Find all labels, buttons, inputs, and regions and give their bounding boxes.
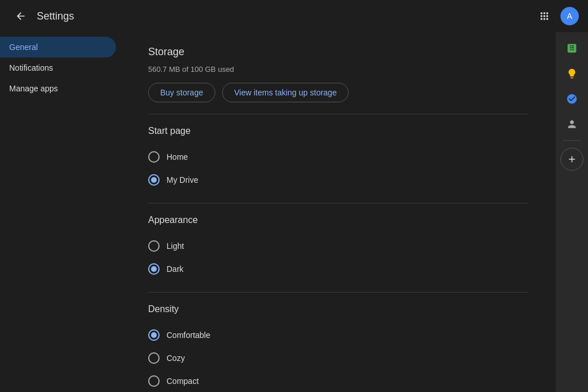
appearance-section: Appearance Light Dark [148,215,528,280]
storage-section: Storage 560.7 MB of 100 GB used Buy stor… [148,46,528,102]
sidebar-item-manage-apps[interactable]: Manage apps [0,78,116,99]
start-page-my-drive[interactable]: My Drive [148,168,528,191]
radio-light[interactable] [148,240,160,252]
right-panel-keep-icon[interactable] [560,62,583,85]
back-button[interactable] [9,5,32,28]
start-page-section: Start page Home My Drive [148,126,528,191]
density-title: Density [148,304,528,314]
radio-cozy[interactable] [148,352,160,364]
start-page-home[interactable]: Home [148,145,528,168]
main-content: Storage 560.7 MB of 100 GB used Buy stor… [121,32,556,392]
radio-dark[interactable] [148,263,160,275]
right-panel-contacts-icon[interactable] [560,113,583,136]
right-panel-sheets-icon[interactable] [560,37,583,60]
sidebar: General Notifications Manage apps [0,32,121,392]
right-panel-tasks-icon[interactable] [560,87,583,110]
buy-storage-button[interactable]: Buy storage [148,83,215,102]
density-compact[interactable]: Compact [148,370,528,392]
start-page-title: Start page [148,126,528,136]
page-title: Settings [37,10,74,22]
appearance-dark[interactable]: Dark [148,258,528,280]
topbar: Settings A [0,0,588,32]
right-panel-add-button[interactable] [560,148,583,171]
radio-compact[interactable] [148,375,160,387]
divider-storage [148,114,528,114]
storage-buttons: Buy storage View items taking up storage [148,83,528,102]
view-storage-button[interactable]: View items taking up storage [222,83,349,102]
sidebar-item-general[interactable]: General [0,37,116,57]
density-comfortable[interactable]: Comfortable [148,324,528,347]
apps-button[interactable] [533,5,556,28]
divider-start-page [148,203,528,203]
storage-title: Storage [148,46,528,58]
radio-my-drive[interactable] [148,174,160,186]
appearance-light[interactable]: Light [148,235,528,258]
radio-comfortable[interactable] [148,329,160,341]
right-panel [556,32,588,392]
radio-home[interactable] [148,151,160,163]
sidebar-item-notifications[interactable]: Notifications [0,57,116,78]
storage-subtitle: 560.7 MB of 100 GB used [148,65,528,74]
density-cozy[interactable]: Cozy [148,347,528,370]
topbar-actions: A [533,5,579,28]
avatar[interactable]: A [560,7,579,25]
density-section: Density Comfortable Cozy Compact [148,304,528,392]
appearance-title: Appearance [148,215,528,225]
right-panel-divider [563,140,581,141]
divider-appearance [148,292,528,293]
